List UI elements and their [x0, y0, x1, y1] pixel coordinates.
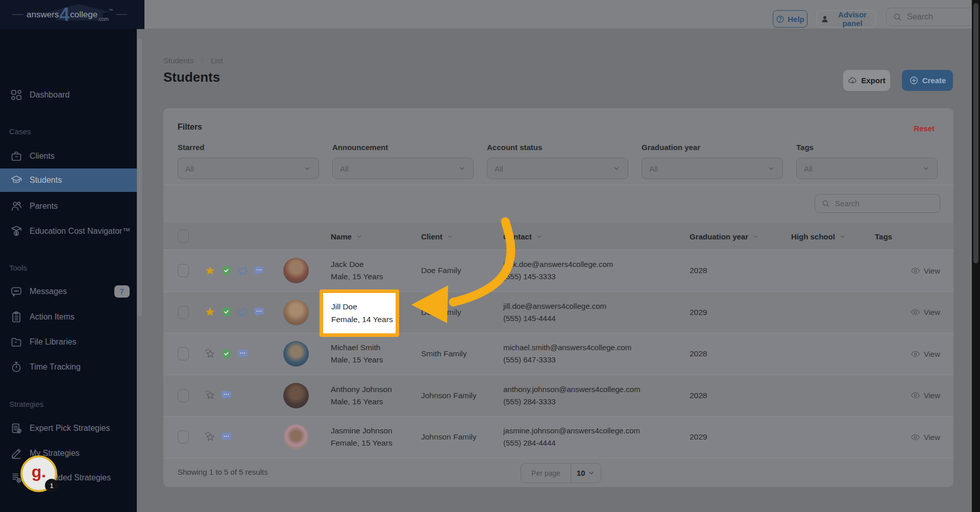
row-checkbox[interactable] — [178, 389, 189, 402]
breadcrumb-list[interactable]: List — [211, 56, 223, 65]
student-row-jill-doe[interactable]: Jill DoeFemale, 14 YearsDoe Familyjill.d… — [163, 292, 953, 334]
export-button[interactable]: Export — [843, 70, 890, 91]
client-cell[interactable]: Johnson Family — [421, 417, 477, 458]
top-header: Help Advisor panel ⌘K — [137, 0, 972, 29]
create-button[interactable]: Create — [902, 70, 953, 91]
highlighted-student-name-cell[interactable]: Jill Doe Female, 14 Years — [320, 289, 399, 337]
view-link[interactable]: View — [911, 333, 940, 375]
sidebar-item-students[interactable]: Students — [0, 168, 137, 192]
student-phone[interactable]: (555) 284-3333 — [503, 396, 556, 408]
my-strategies-icon — [10, 447, 22, 459]
student-email[interactable]: jack.doe@answers4college.com — [503, 258, 613, 271]
row-checkbox[interactable] — [178, 347, 189, 360]
select-all-checkbox[interactable] — [178, 230, 189, 243]
star-outline-icon[interactable] — [204, 348, 216, 360]
sort-chevron-icon[interactable] — [446, 233, 454, 240]
student-row-michael-smith[interactable]: Michael SmithMale, 15 YearsSmith Familym… — [163, 333, 953, 375]
sort-chevron-icon[interactable] — [535, 233, 543, 240]
star-filled-icon[interactable] — [204, 306, 216, 318]
breadcrumb-students[interactable]: Students — [163, 56, 193, 65]
breadcrumb: Students List — [163, 56, 223, 65]
student-row-anthony-johnson[interactable]: Anthony JohnsonMale, 16 YearsJohnson Fam… — [163, 375, 953, 417]
sort-chevron-icon[interactable] — [839, 233, 846, 240]
student-row-jack-doe[interactable]: Jack DoeMale, 15 YearsDoe Familyjack.doe… — [163, 250, 953, 292]
student-name: Michael Smith — [331, 342, 380, 354]
filter-select-graduation-year[interactable]: All — [642, 158, 783, 179]
table-search[interactable] — [815, 194, 940, 213]
student-email[interactable]: anthony.johnson@answers4college.com — [503, 383, 640, 396]
table-header-row: NameClientContactGraduation yearHigh sch… — [163, 223, 953, 250]
column-header-high-school[interactable]: High school — [791, 223, 846, 250]
star-outline-icon[interactable] — [204, 431, 216, 443]
column-header-client[interactable]: Client — [421, 223, 454, 250]
sidebar-item-file-libraries[interactable]: File Libraries — [0, 332, 137, 352]
student-name-cell[interactable]: Anthony JohnsonMale, 16 Years — [331, 375, 392, 417]
column-header-graduation-year[interactable]: Graduation year — [690, 223, 760, 250]
students-list-card: Filters Reset StarredAllAnnouncementAllA… — [163, 108, 953, 487]
client-cell[interactable]: Smith Family — [421, 333, 467, 375]
view-link[interactable]: View — [911, 250, 940, 291]
student-name-cell[interactable]: Jack DoeMale, 15 Years — [331, 250, 383, 291]
action-items-icon — [10, 311, 22, 323]
page-scrollbar-thumb[interactable] — [973, 3, 978, 263]
column-label: Graduation year — [690, 232, 748, 241]
filter-select-announcement[interactable]: All — [332, 158, 474, 179]
student-phone[interactable]: (555) 647-3333 — [503, 354, 556, 366]
sidebar-item-education-cost-navigator[interactable]: Education Cost Navigator™ — [0, 221, 137, 241]
chat-widget-launcher[interactable]: g. 1 — [20, 455, 57, 492]
column-header-contact[interactable]: Contact — [503, 223, 543, 250]
per-page-select[interactable]: Per page 10 — [521, 463, 601, 483]
app-root: Help Advisor panel ⌘K answers 4 college … — [0, 0, 980, 512]
column-label: High school — [791, 232, 835, 241]
row-checkbox[interactable] — [178, 430, 189, 444]
sidebar-item-clients[interactable]: Clients — [0, 146, 137, 166]
brand-logo[interactable]: answers 4 college .com ™ — [0, 0, 144, 29]
table-search-input[interactable] — [834, 199, 934, 208]
contact-cell: jill.doe@answers4college.com(555) 145-44… — [503, 292, 606, 333]
row-checkbox[interactable] — [178, 306, 189, 319]
search-icon — [893, 12, 902, 21]
filter-select-account-status[interactable]: All — [487, 158, 628, 179]
student-phone[interactable]: (555) 284-4444 — [503, 437, 556, 449]
star-filled-icon[interactable] — [204, 265, 216, 277]
view-link[interactable]: View — [911, 292, 940, 333]
global-search[interactable]: ⌘K — [886, 8, 980, 26]
view-link[interactable]: View — [911, 417, 940, 458]
row-checkbox-cell — [178, 333, 189, 375]
global-search-input[interactable] — [906, 12, 980, 22]
sidebar-item-dashboard[interactable]: Dashboard — [0, 85, 137, 105]
sidebar-scrollbar[interactable] — [137, 38, 142, 316]
student-email[interactable]: jill.doe@answers4college.com — [503, 300, 606, 312]
sidebar-item-messages[interactable]: Messages7 — [0, 281, 137, 302]
page-scrollbar[interactable] — [972, 0, 980, 512]
filter-select-starred[interactable]: All — [178, 158, 319, 179]
student-email[interactable]: jasmine.johnson@answers4college.com — [503, 425, 640, 437]
student-phone[interactable]: (555) 145-3333 — [503, 271, 556, 283]
student-email[interactable]: michael.smith@answers4college.com — [503, 342, 631, 354]
filter-select-tags[interactable]: All — [796, 158, 938, 179]
student-name-cell[interactable]: Michael SmithMale, 15 Years — [331, 333, 383, 375]
client-cell[interactable]: Doe Family — [421, 292, 461, 333]
sort-chevron-icon[interactable] — [752, 233, 760, 240]
advisor-panel-button[interactable]: Advisor panel — [817, 10, 876, 28]
student-row-jasmine-johnson[interactable]: Jasmine JohnsonFemale, 15 YearsJohnson F… — [163, 417, 953, 458]
client-cell[interactable]: Johnson Family — [421, 375, 477, 417]
star-outline-icon[interactable] — [204, 389, 216, 401]
sidebar-item-time-tracking[interactable]: Time Tracking — [0, 357, 137, 377]
parents-icon — [10, 200, 22, 212]
client-cell[interactable]: Doe Family — [421, 250, 461, 291]
sort-chevron-icon[interactable] — [355, 233, 363, 240]
view-link[interactable]: View — [911, 375, 940, 417]
student-name-cell[interactable]: Jasmine JohnsonFemale, 15 Years — [331, 417, 393, 458]
sidebar-item-action-items[interactable]: Action Items — [0, 307, 137, 327]
help-button[interactable]: Help — [773, 10, 807, 28]
sidebar-item-expert-pick-strategies[interactable]: Expert Pick Strategies — [0, 418, 137, 438]
column-header-name[interactable]: Name — [331, 223, 363, 250]
sidebar-item-my-strategies[interactable]: My Strategies — [0, 443, 137, 464]
sidebar-item-label: Time Tracking — [30, 362, 81, 372]
student-phone[interactable]: (555) 145-4444 — [503, 312, 556, 325]
sidebar-item-parents[interactable]: Parents — [0, 196, 137, 216]
row-checkbox[interactable] — [178, 264, 189, 277]
reset-filters-link[interactable]: Reset — [911, 124, 938, 133]
verified-shield-icon — [220, 348, 232, 360]
